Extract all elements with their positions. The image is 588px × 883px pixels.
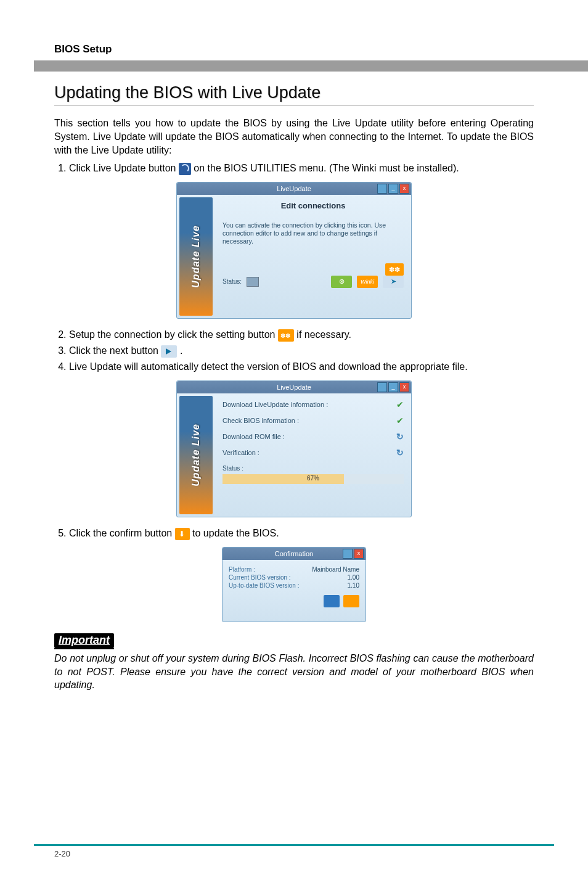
screenshot-progress: LiveUpdate _ x Update Live Download Live… — [176, 380, 412, 517]
winki-label: Winki — [361, 279, 374, 285]
header-band — [34, 60, 588, 72]
step-3-text-b: . — [180, 345, 182, 356]
status-label: Status : — [223, 465, 404, 472]
settings-button[interactable]: ✽✽ — [385, 263, 404, 276]
spinner-icon: ↻ — [396, 448, 404, 458]
gear-icon — [278, 329, 294, 342]
check-icon: ✔ — [396, 400, 404, 409]
window-button[interactable] — [377, 184, 387, 194]
header-section-title: BIOS Setup — [54, 43, 112, 55]
important-label: Important — [54, 633, 114, 648]
step-4: Live Update will automatically detect th… — [69, 359, 534, 374]
minimize-button[interactable]: _ — [388, 382, 398, 392]
section-title: Updating the BIOS with Live Update — [54, 83, 534, 105]
page-number: 2-20 — [54, 849, 70, 858]
window-titlebar: LiveUpdate _ x — [177, 183, 411, 195]
step-3: Click the next button . — [69, 343, 534, 358]
progress-row-2: Check BIOS information : — [223, 417, 299, 424]
next-button[interactable]: ➤ — [383, 276, 404, 288]
window-title: Confirmation — [275, 550, 313, 557]
cancel-button[interactable]: ⊗ — [331, 276, 352, 288]
progress-row-3: Download ROM file : — [223, 433, 285, 440]
step-5-text-b: to update the BIOS. — [192, 528, 279, 538]
step-2-text-b: if necessary. — [296, 329, 351, 340]
step-5-text-a: Click the confirm button — [69, 528, 175, 538]
current-bios-value: 1.00 — [348, 574, 359, 581]
progress-bar: 67% — [223, 474, 404, 484]
edit-connections-heading: Edit connections — [223, 201, 404, 210]
step-2: Setup the connection by click the settin… — [69, 327, 534, 342]
step-2-text-a: Setup the connection by click the settin… — [69, 329, 278, 340]
important-note: Do not unplug or shut off your system du… — [54, 652, 534, 692]
sidebar-logo-text: Update Live — [190, 225, 202, 288]
content-area: Updating the BIOS with Live Update This … — [54, 83, 534, 692]
sidebar-logo: Update Live — [179, 197, 213, 316]
step-1-text-a: Click Live Update button — [69, 163, 179, 173]
window-title: LiveUpdate — [277, 384, 311, 391]
close-button[interactable]: x — [354, 549, 364, 559]
important-callout: Important — [54, 631, 534, 649]
step-1: Click Live Update button on the BIOS UTI… — [69, 161, 534, 176]
steps-list-3: Click the confirm button to update the B… — [54, 526, 534, 541]
progress-row-4: Verification : — [223, 449, 259, 456]
step-5: Click the confirm button to update the B… — [69, 526, 534, 541]
window-buttons: _ x — [377, 382, 409, 392]
step-3-text-a: Click the next button — [69, 345, 161, 356]
close-button[interactable]: x — [399, 382, 409, 392]
bottom-toolbar: Status: ⊗ Winki ➤ — [223, 276, 404, 288]
edit-connections-note: You can activate the connection by click… — [223, 221, 404, 245]
step-1-text-b: on the BIOS UTILITIES menu. (The Winki m… — [194, 163, 459, 173]
winki-button[interactable]: Winki — [357, 276, 378, 288]
window-body: Edit connections You can activate the co… — [215, 195, 411, 292]
window-buttons: x — [343, 549, 364, 559]
uptodate-bios-value: 1.10 — [348, 582, 359, 589]
uptodate-bios-label: Up-to-date BIOS version : — [229, 582, 300, 589]
steps-list-1: Click Live Update button on the BIOS UTI… — [54, 161, 534, 176]
window-button[interactable] — [343, 549, 353, 559]
window-titlebar: LiveUpdate _ x — [177, 381, 411, 393]
intro-paragraph: This section tells you how to update the… — [54, 117, 534, 157]
status-icon — [247, 277, 259, 287]
minimize-button[interactable]: _ — [388, 184, 398, 194]
live-update-icon — [179, 163, 191, 175]
confirmation-buttons — [229, 595, 359, 607]
platform-value: Mainboard Name — [312, 566, 359, 573]
page: BIOS Setup Updating the BIOS with Live U… — [0, 0, 588, 883]
back-button[interactable] — [324, 595, 340, 607]
footer-rule — [34, 844, 554, 846]
platform-label: Platform : — [229, 566, 255, 573]
steps-list-2: Setup the connection by click the settin… — [54, 327, 534, 374]
window-button[interactable] — [377, 382, 387, 392]
progress-row-1: Download LiveUpdate information : — [223, 401, 328, 408]
status-label: Status: — [223, 278, 242, 285]
window-title: LiveUpdate — [277, 185, 311, 192]
close-button[interactable]: x — [399, 184, 409, 194]
next-arrow-icon — [161, 345, 177, 358]
sidebar-logo: Update Live — [179, 396, 213, 514]
window-buttons: _ x — [377, 184, 409, 194]
confirm-icon — [175, 528, 190, 540]
spinner-icon: ↻ — [396, 432, 404, 442]
check-icon: ✔ — [396, 416, 404, 425]
window-titlebar: Confirmation x — [223, 548, 365, 560]
page-header: BIOS Setup — [0, 0, 588, 74]
progress-percent: 67% — [223, 475, 404, 482]
screenshot-confirmation: Confirmation x Platform :Mainboard Name … — [222, 547, 366, 622]
current-bios-label: Current BIOS version : — [229, 574, 291, 581]
sidebar-logo-text: Update Live — [190, 424, 202, 487]
screenshot-edit-connections: LiveUpdate _ x Update Live Edit connecti… — [176, 182, 412, 319]
window-body: Platform :Mainboard Name Current BIOS ve… — [223, 560, 365, 614]
window-body: Download LiveUpdate information :✔ Check… — [215, 393, 411, 489]
confirm-button[interactable] — [343, 595, 359, 607]
